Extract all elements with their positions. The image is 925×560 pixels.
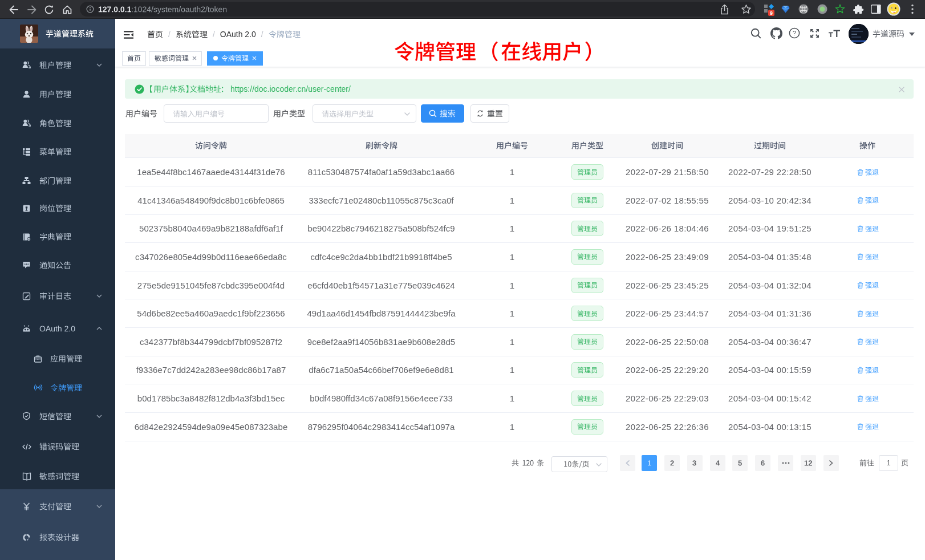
svg-text:?: ? xyxy=(793,30,796,36)
svg-text:9: 9 xyxy=(770,10,773,16)
